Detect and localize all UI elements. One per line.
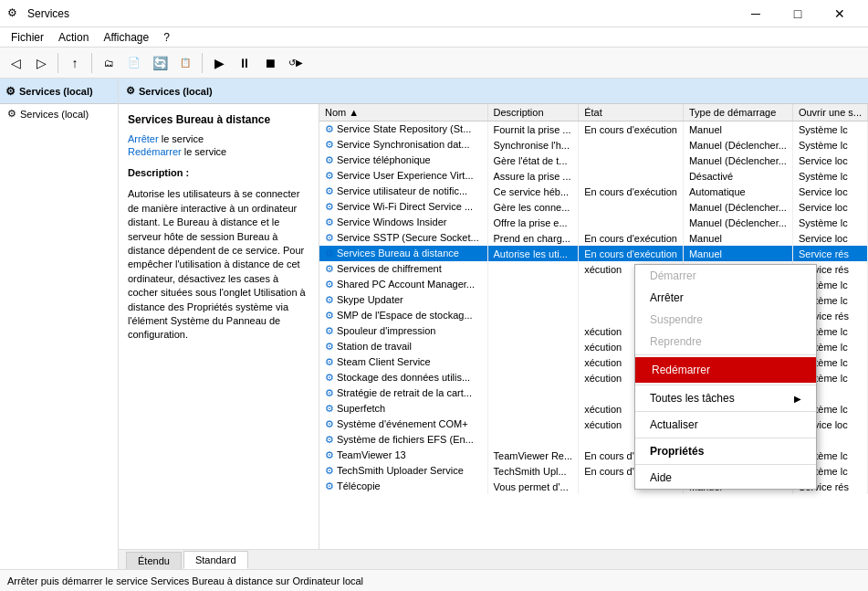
forward-button[interactable]: ▷ xyxy=(29,51,53,75)
table-row[interactable]: ⚙Service User Experience Virt...Assure l… xyxy=(319,168,868,184)
cell-service-logon: Système lc xyxy=(792,215,867,230)
cell-service-name: ⚙Shared PC Account Manager... xyxy=(319,277,487,292)
cell-service-name: ⚙Services Bureau à distance xyxy=(319,246,487,261)
cell-service-startup: Manuel xyxy=(683,246,792,261)
sidebar-item-services-local[interactable]: ⚙ Services (local) xyxy=(0,104,118,123)
show-console-tree-button[interactable]: 🗂 xyxy=(97,51,120,75)
tab-standard[interactable]: Standard xyxy=(183,551,248,569)
context-menu-help[interactable]: Aide xyxy=(635,467,816,489)
cell-service-state xyxy=(579,168,684,184)
start-service-button[interactable]: ▶ xyxy=(207,51,231,75)
context-all-tasks-label: Toutes les tâches xyxy=(650,392,735,405)
desc-restart-line: Redémarrer le service xyxy=(128,146,309,157)
context-suspend-label: Suspendre xyxy=(650,313,703,326)
service-icon: ⚙ xyxy=(325,139,334,150)
col-name[interactable]: Nom ▲ xyxy=(319,104,487,121)
export-button[interactable]: 📋 xyxy=(173,51,197,75)
menu-help[interactable]: ? xyxy=(156,29,177,46)
table-row[interactable]: ⚙Services Bureau à distanceAutorise les … xyxy=(319,246,868,261)
cell-service-desc xyxy=(487,339,579,354)
cell-service-state xyxy=(579,199,684,215)
context-menu-stop[interactable]: Arrêter xyxy=(635,287,816,309)
cell-service-name: ⚙Service SSTP (Secure Socket... xyxy=(319,230,487,246)
toolbar-sep-1 xyxy=(58,53,58,73)
cell-service-desc: Autorise les uti... xyxy=(487,246,579,261)
toolbar: ◁ ▷ ↑ 🗂 📄 🔄 📋 ▶ ⏸ ⏹ ↺▶ xyxy=(0,47,868,79)
desc-label: Description : xyxy=(128,166,309,180)
stop-service-button[interactable]: ⏹ xyxy=(258,51,282,75)
cell-service-name: ⚙Système d'événement COM+ xyxy=(319,417,487,432)
cell-service-desc: Gère l'état de t... xyxy=(487,153,579,168)
cell-service-desc: Prend en charg... xyxy=(487,230,579,246)
cell-service-state: En cours d'exécution xyxy=(579,184,684,199)
up-button[interactable]: ↑ xyxy=(63,51,87,75)
cell-service-desc: Vous permet d'... xyxy=(487,479,579,494)
cell-service-logon: Système lc xyxy=(792,121,867,138)
table-row[interactable]: ⚙Service Wi-Fi Direct Service ...Gère le… xyxy=(319,199,868,215)
context-menu-all-tasks[interactable]: Toutes les tâches ▶ xyxy=(635,387,816,409)
cell-service-desc: TechSmith Upl... xyxy=(487,463,579,479)
menu-action[interactable]: Action xyxy=(51,29,96,46)
table-row[interactable]: ⚙Service State Repository (St...Fournit … xyxy=(319,121,868,138)
properties-button[interactable]: 📄 xyxy=(122,51,146,75)
restart-service-button[interactable]: ↺▶ xyxy=(284,51,308,75)
sidebar-services-label: Services (local) xyxy=(20,109,89,120)
main-panel: ⚙ Services (local) Services Bureau à dis… xyxy=(119,79,868,569)
cell-service-name: ⚙Service User Experience Virt... xyxy=(319,168,487,184)
cell-service-desc: Ce service héb... xyxy=(487,184,579,199)
cell-service-name: ⚙Service State Repository (St... xyxy=(319,121,487,138)
refresh-button[interactable]: 🔄 xyxy=(148,51,172,75)
context-menu-restart[interactable]: Redémarrer xyxy=(635,357,816,383)
cell-service-logon: Service loc xyxy=(792,199,867,215)
cell-service-desc xyxy=(487,323,579,339)
cell-service-name: ⚙Service Windows Insider xyxy=(319,215,487,230)
minimize-button[interactable]: ─ xyxy=(735,0,777,27)
service-icon: ⚙ xyxy=(325,123,334,134)
table-row[interactable]: ⚙Service Windows InsiderOffre la prise e… xyxy=(319,215,868,230)
table-row[interactable]: ⚙Service SSTP (Secure Socket...Prend en … xyxy=(319,230,868,246)
col-desc[interactable]: Description xyxy=(487,104,579,121)
context-stop-label: Arrêter xyxy=(650,291,684,304)
cell-service-logon: Système lc xyxy=(792,168,867,184)
context-menu: Démarrer Arrêter Suspendre Reprendre Red… xyxy=(634,264,817,490)
toolbar-sep-2 xyxy=(91,53,92,73)
col-logon[interactable]: Ouvrir une s... xyxy=(792,104,867,121)
maximize-button[interactable]: □ xyxy=(777,0,819,27)
cell-service-logon: Système lc xyxy=(792,137,867,153)
menu-bar: Fichier Action Affichage ? xyxy=(0,27,868,47)
cell-service-name: ⚙Service téléphonique xyxy=(319,153,487,168)
cell-service-desc: Offre la prise e... xyxy=(487,215,579,230)
services-table-area[interactable]: Nom ▲ Description État Type de démarrage… xyxy=(319,104,868,549)
desc-service-title: Services Bureau à distance xyxy=(128,113,309,126)
cell-service-logon: Service rés xyxy=(792,246,867,261)
service-icon: ⚙ xyxy=(325,387,334,398)
close-button[interactable]: ✕ xyxy=(819,0,861,27)
context-menu-refresh[interactable]: Actualiser xyxy=(635,414,816,436)
cell-service-name: ⚙Service utilisateur de notific... xyxy=(319,184,487,199)
sidebar-header: ⚙ Services (local) xyxy=(0,79,118,104)
col-state[interactable]: État xyxy=(579,104,684,121)
back-button[interactable]: ◁ xyxy=(4,51,27,75)
menu-fichier[interactable]: Fichier xyxy=(4,29,51,46)
service-icon: ⚙ xyxy=(325,154,334,165)
stop-service-suffix: le service xyxy=(159,133,204,144)
cell-service-state xyxy=(579,137,684,153)
service-icon: ⚙ xyxy=(325,248,334,259)
context-menu-properties[interactable]: Propriétés xyxy=(635,440,816,462)
stop-service-link[interactable]: Arrêter xyxy=(128,133,159,144)
cell-service-name: ⚙Spouleur d'impression xyxy=(319,323,487,339)
table-row[interactable]: ⚙Service téléphoniqueGère l'état de t...… xyxy=(319,153,868,168)
cell-service-desc xyxy=(487,385,579,401)
service-icon: ⚙ xyxy=(325,279,334,290)
service-icon: ⚙ xyxy=(325,403,334,414)
submenu-arrow-icon: ▶ xyxy=(794,394,801,404)
pause-service-button[interactable]: ⏸ xyxy=(233,51,256,75)
col-startup[interactable]: Type de démarrage xyxy=(683,104,792,121)
table-row[interactable]: ⚙Service Synchronisation dat...Synchroni… xyxy=(319,137,868,153)
menu-affichage[interactable]: Affichage xyxy=(96,29,156,46)
tab-etendu[interactable]: Étendu xyxy=(126,552,182,569)
restart-service-link[interactable]: Redémarrer xyxy=(128,146,182,157)
service-icon: ⚙ xyxy=(325,201,334,212)
app-icon: ⚙ xyxy=(7,6,22,21)
table-row[interactable]: ⚙Service utilisateur de notific...Ce ser… xyxy=(319,184,868,199)
